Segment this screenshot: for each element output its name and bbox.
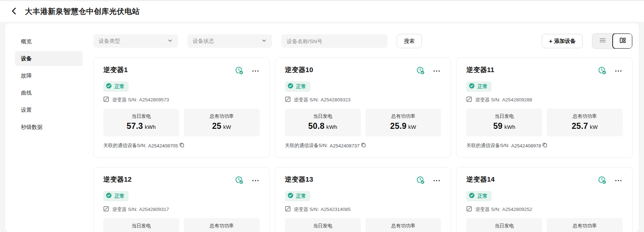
- status-label: 正常: [114, 83, 125, 90]
- add-device-label: 添加设备: [554, 38, 576, 45]
- list-view-button[interactable]: [592, 34, 613, 49]
- device-stats: 当日发电 59.7kWh 总有功功率 28.4kW: [103, 218, 260, 232]
- active-power-stat: 总有功功率 28.4kW: [184, 218, 260, 232]
- status-badge: 正常: [466, 191, 492, 201]
- device-card: 逆变器1: [93, 57, 270, 158]
- active-power-value: 25.7kW: [549, 121, 620, 131]
- device-sn-value: A2542809252: [502, 207, 532, 212]
- active-power-label: 总有功功率: [368, 223, 439, 229]
- check-circle-icon: [287, 83, 294, 90]
- realtime-status-button[interactable]: [416, 66, 426, 77]
- device-sn-prefix: 逆变器 S/N:: [475, 206, 500, 213]
- search-button[interactable]: 搜索: [397, 34, 422, 48]
- device-name: 逆变器13: [285, 175, 416, 184]
- devices-content: 设备类型 设备状态 搜索 + 添加设备: [90, 23, 639, 232]
- device-status-placeholder: 设备状态: [193, 38, 214, 45]
- device-card-header: 逆变器1: [103, 65, 260, 77]
- chevron-down-icon: [261, 38, 267, 45]
- device-sn-prefix: 逆变器 S/N:: [294, 206, 319, 213]
- active-power-stat: 总有功功率 25.9kW: [365, 109, 441, 136]
- device-name: 逆变器1: [103, 65, 235, 75]
- daily-energy-label: 当日发电: [105, 113, 177, 120]
- view-toggle: [592, 33, 633, 49]
- device-card-actions: [598, 66, 623, 77]
- comm-sn-value: A2542408978: [511, 143, 541, 148]
- realtime-status-button[interactable]: [598, 176, 607, 186]
- device-name: 逆变器11: [466, 65, 598, 75]
- sidebar-item-faults[interactable]: 故障: [15, 68, 83, 83]
- realtime-status-button[interactable]: [235, 66, 244, 77]
- more-actions-button[interactable]: [432, 176, 441, 186]
- clock-check-icon: [235, 66, 244, 77]
- copy-button[interactable]: [361, 142, 366, 149]
- device-stats: 当日发电 53.9kWh 总有功功率 27.8kW: [285, 218, 441, 232]
- device-stats: 当日发电 59kWh 总有功功率 25.7kW: [466, 109, 623, 136]
- active-power-stat: 总有功功率 27.8kW: [365, 218, 441, 232]
- active-power-label: 总有功功率: [549, 223, 620, 229]
- power-unit: kW: [223, 124, 231, 130]
- sidebar-item-overview[interactable]: 概览: [15, 34, 83, 49]
- device-card-header: 逆变器13: [285, 175, 441, 186]
- realtime-status-button[interactable]: [598, 66, 607, 77]
- realtime-status-button[interactable]: [235, 176, 244, 186]
- sidebar-item-devices[interactable]: 设备: [15, 51, 83, 66]
- card-view-button[interactable]: [612, 33, 633, 49]
- ellipsis-icon: [251, 67, 260, 76]
- inverter-icon: [285, 206, 291, 213]
- device-stats: 当日发电 50.8kWh 总有功功率 25.9kW: [285, 109, 441, 136]
- active-power-label: 总有功功率: [186, 113, 258, 120]
- copy-button[interactable]: [542, 142, 547, 149]
- daily-energy-value: 59kWh: [468, 121, 540, 131]
- sidebar-item-settings[interactable]: 设置: [15, 102, 83, 117]
- sidebar-item-curves[interactable]: 曲线: [15, 85, 83, 100]
- copy-icon: [542, 142, 547, 149]
- clock-check-icon: [416, 66, 426, 77]
- back-button[interactable]: [9, 7, 19, 16]
- active-power-stat: 总有功功率 25.7kW: [547, 109, 623, 136]
- device-card-actions: [235, 66, 260, 77]
- status-badge: 正常: [285, 191, 310, 201]
- clock-check-icon: [235, 176, 244, 186]
- active-power-value: 25.9kW: [368, 121, 439, 131]
- daily-energy-label: 当日发电: [468, 223, 540, 229]
- check-circle-icon: [106, 83, 112, 90]
- more-actions-button[interactable]: [614, 67, 623, 76]
- status-badge: 正常: [103, 81, 129, 92]
- daily-energy-stat: 当日发电 59kWh: [466, 109, 542, 136]
- comm-sn-prefix: 关联的通信设备S/N:: [466, 142, 509, 149]
- plus-icon: +: [549, 38, 552, 44]
- add-device-button[interactable]: + 添加设备: [542, 34, 583, 48]
- device-sn-prefix: 逆变器 S/N:: [294, 97, 319, 103]
- search-input[interactable]: [281, 34, 388, 48]
- daily-energy-label: 当日发电: [287, 223, 359, 229]
- list-view-icon: [599, 36, 607, 46]
- inverter-icon: [285, 96, 291, 103]
- active-power-stat: 总有功功率 25kW: [184, 109, 260, 136]
- power-unit: kW: [408, 124, 416, 130]
- page-header: 大丰港新泉智慧仓中创库光伏电站: [0, 1, 644, 22]
- chevron-left-icon: [10, 7, 17, 16]
- more-actions-button[interactable]: [432, 67, 441, 76]
- device-sn-row: 逆变器 S/N: A2542809252: [466, 206, 623, 213]
- device-sn-value: A2542809573: [139, 97, 169, 102]
- realtime-status-button[interactable]: [416, 176, 426, 186]
- copy-button[interactable]: [179, 142, 185, 149]
- daily-energy-stat: 当日发电 50.8kWh: [285, 109, 361, 136]
- chevron-down-icon: [167, 38, 173, 45]
- check-circle-icon: [106, 192, 112, 200]
- more-actions-button[interactable]: [614, 176, 623, 186]
- active-power-value: 25kW: [186, 121, 258, 131]
- device-type-select[interactable]: 设备类型: [93, 34, 178, 48]
- check-circle-icon: [287, 192, 294, 200]
- device-sn-row: 逆变器 S/N: A2542809573: [103, 96, 260, 103]
- filter-toolbar: 设备类型 设备状态 搜索 + 添加设备: [93, 33, 633, 49]
- device-sn-value: A2542314085: [321, 207, 350, 212]
- device-sn-row: 逆变器 S/N: A2542809288: [466, 96, 623, 103]
- more-actions-button[interactable]: [251, 67, 260, 76]
- device-status-select[interactable]: 设备状态: [187, 34, 272, 48]
- active-power-number: 25.9: [390, 121, 406, 131]
- sidebar-item-second-data[interactable]: 秒级数据: [15, 120, 83, 135]
- device-card: 逆变器10: [275, 57, 451, 158]
- more-actions-button[interactable]: [251, 176, 260, 186]
- comm-sn-value: A2542408737: [329, 143, 359, 148]
